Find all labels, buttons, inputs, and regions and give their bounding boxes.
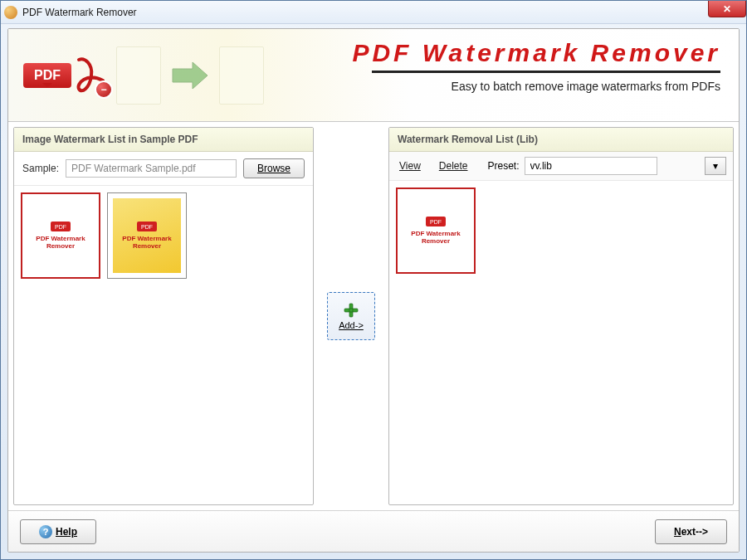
banner-underline: [372, 71, 720, 73]
help-icon: ?: [39, 525, 52, 538]
preset-label: Preset:: [487, 160, 519, 172]
banner-text: PDF Watermark Remover Easy to batch remo…: [352, 39, 720, 93]
window-title: PDF Watermark Remover: [22, 7, 137, 18]
watermark-thumb[interactable]: PDF PDF Watermark Remover: [107, 192, 187, 279]
browse-button-label: Browse: [257, 163, 290, 174]
banner-subtitle: Easy to batch remove image watermarks fr…: [352, 80, 720, 93]
chevron-down-icon: ▾: [713, 160, 718, 172]
banner-graphics: PDF −: [23, 46, 264, 105]
thumb-caption: PDF Watermark Remover: [27, 235, 94, 250]
workarea: Image Watermark List in Sample PDF Sampl…: [8, 122, 739, 510]
right-panel: Watermark Removal List (Lib) View Delete…: [388, 127, 734, 505]
mid-column: Add->: [314, 127, 388, 505]
banner-title: PDF Watermark Remover: [352, 39, 720, 67]
thumb-preview: PDF PDF Watermark Remover: [403, 194, 469, 267]
client-area: PDF − PDF Watermark Remover: [7, 28, 740, 553]
close-icon: ✕: [723, 3, 731, 15]
sample-label: Sample:: [22, 163, 59, 174]
thumb-preview: PDF PDF Watermark Remover: [27, 199, 94, 272]
help-button[interactable]: ? Help: [20, 519, 96, 544]
sample-input[interactable]: [66, 159, 237, 178]
view-button[interactable]: View: [396, 158, 424, 173]
close-button[interactable]: ✕: [708, 1, 746, 17]
removal-thumb[interactable]: PDF PDF Watermark Remover: [396, 187, 476, 274]
preset-group: Preset:: [487, 157, 657, 175]
banner: PDF − PDF Watermark Remover: [8, 29, 739, 122]
help-button-label: Help: [56, 526, 77, 538]
app-icon: [4, 6, 17, 19]
next-button-label: Next-->: [674, 526, 708, 538]
right-thumbs: PDF PDF Watermark Remover: [389, 181, 733, 504]
sample-row: Sample: Browse: [14, 152, 313, 186]
right-panel-header: Watermark Removal List (Lib): [389, 128, 733, 152]
svg-rect-1: [344, 309, 358, 312]
mini-pdf-icon: PDF: [51, 222, 71, 231]
plus-icon: [343, 302, 359, 319]
titlebar: PDF Watermark Remover ✕: [1, 1, 746, 24]
footer: ? Help Next-->: [8, 510, 739, 552]
add-button[interactable]: Add->: [327, 292, 375, 340]
adobe-reader-icon: −: [75, 56, 108, 95]
right-toolbar: View Delete Preset: ▾: [389, 152, 733, 181]
left-panel-header: Image Watermark List in Sample PDF: [14, 128, 313, 152]
delete-button[interactable]: Delete: [436, 158, 471, 173]
mini-pdf-icon: PDF: [426, 217, 446, 226]
doc-after-icon: [219, 46, 264, 105]
pdf-badge-icon: PDF: [23, 63, 71, 88]
left-panel: Image Watermark List in Sample PDF Sampl…: [13, 127, 314, 505]
thumb-caption: PDF Watermark Remover: [113, 235, 181, 250]
next-button[interactable]: Next-->: [655, 519, 727, 544]
watermark-thumb[interactable]: PDF PDF Watermark Remover: [21, 192, 100, 279]
left-thumbs: PDF PDF Watermark Remover PDF PDF Waterm…: [14, 186, 313, 504]
preset-input[interactable]: [525, 157, 657, 175]
browse-button[interactable]: Browse: [243, 158, 305, 178]
remove-minus-icon: −: [95, 80, 113, 99]
mini-pdf-icon: PDF: [137, 222, 157, 231]
preset-dropdown-button[interactable]: ▾: [705, 157, 726, 175]
arrow-right-icon: [169, 59, 211, 92]
thumb-caption: PDF Watermark Remover: [403, 230, 469, 245]
thumb-preview: PDF PDF Watermark Remover: [113, 198, 181, 273]
add-button-label: Add->: [339, 320, 364, 330]
app-window: PDF Watermark Remover ✕ PDF −: [0, 0, 747, 560]
doc-before-icon: [116, 46, 161, 105]
